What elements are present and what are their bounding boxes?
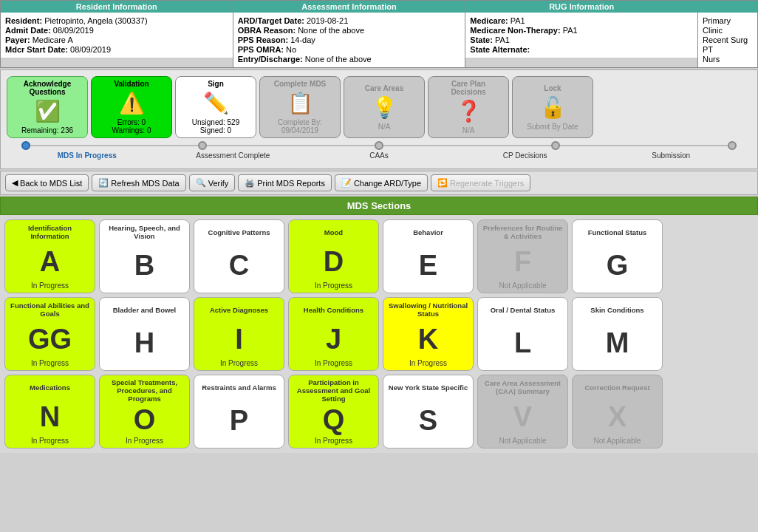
validation-btn[interactable]: Validation ⚠️ Errors: 0 Warnings: 0 <box>91 76 172 138</box>
section-cell-a[interactable]: Identification InformationAIn Progress <box>4 219 95 293</box>
progress-dot-2 <box>375 141 383 150</box>
section-cell-i[interactable]: Active DiagnosesIIn Progress <box>194 297 284 371</box>
refresh-icon: 🔄 <box>98 178 109 188</box>
print-mds-reports-button[interactable]: 🖨️ Print MDS Reports <box>238 174 332 191</box>
progress-label-0: MDS In Progress <box>14 151 160 160</box>
rug-header-title: RUG Information <box>465 1 697 13</box>
section-cell-f[interactable]: Preferences for Routine & ActivitiesFNot… <box>477 219 568 293</box>
section-cell-v[interactable]: Care Area Assessment (CAA) SummaryVNot A… <box>477 375 568 449</box>
action-bar: ◀ Back to MDS List 🔄 Refresh MDS Data 🔍 … <box>0 171 758 195</box>
sign-btn[interactable]: Sign ✏️ Unsigned: 529 Signed: 0 <box>175 76 256 138</box>
section-cell-j[interactable]: Health ConditionsJIn Progress <box>288 297 379 371</box>
rug-header-body: Medicare: PA1 Medicare Non-Therapy: PA1 … <box>465 13 697 58</box>
section-cell-s[interactable]: New York State SpecificS <box>383 375 474 449</box>
care-areas-btn[interactable]: Care Areas 💡 N/A <box>344 76 425 138</box>
progress-dot-3 <box>551 141 560 150</box>
assessment-header-body: ARD/Target Date: 2019-08-21 OBRA Reason:… <box>233 13 465 67</box>
progress-label-2: CAAs <box>306 151 452 160</box>
workflow-bar: Acknowledge Questions ✅ Remaining: 236 V… <box>0 69 758 169</box>
progress-labels: MDS In Progress Assessment Complete CAAs… <box>14 150 744 161</box>
progress-section: MDS In Progress Assessment Complete CAAs… <box>7 138 751 163</box>
section-cell-c[interactable]: Cognitive PatternsC <box>194 219 284 293</box>
resident-header-title: Resident Information <box>1 1 233 13</box>
verify-icon: 🔍 <box>196 178 206 188</box>
section-cell-p[interactable]: Restraints and AlarmsP <box>194 375 284 449</box>
print-icon: 🖨️ <box>245 178 255 188</box>
progress-dot-4 <box>728 141 737 150</box>
regenerate-icon: 🔁 <box>437 178 448 188</box>
extra-header-title <box>698 1 757 13</box>
section-cell-q[interactable]: Participation in Assessment and Goal Set… <box>288 375 379 449</box>
resident-header-body: Resident: Pietropinto, Angela (300337) A… <box>1 13 233 58</box>
section-cell-m[interactable]: Skin ConditionsM <box>572 297 663 371</box>
back-to-mds-list-button[interactable]: ◀ Back to MDS List <box>5 174 89 191</box>
progress-dot-1 <box>198 141 207 150</box>
verify-button[interactable]: 🔍 Verify <box>189 174 236 191</box>
sections-grid: Identification InformationAIn ProgressHe… <box>0 215 758 453</box>
care-plan-btn[interactable]: Care Plan Decisions ❓ N/A <box>428 76 509 138</box>
section-cell-gg[interactable]: Functional Abilities and GoalsGGIn Progr… <box>4 297 95 371</box>
extra-header-body: Primary Clinic Recent Surg PT Nurs <box>698 13 757 67</box>
section-cell-e[interactable]: BehaviorE <box>383 219 474 293</box>
refresh-mds-data-button[interactable]: 🔄 Refresh MDS Data <box>92 174 185 191</box>
workflow-buttons: Acknowledge Questions ✅ Remaining: 236 V… <box>7 76 751 138</box>
section-cell-b[interactable]: Hearing, Speech, and VisionB <box>99 219 190 293</box>
change-ard-icon: 📝 <box>341 178 352 188</box>
lock-btn[interactable]: Lock 🔓 Submit By Date <box>512 76 593 138</box>
progress-label-1: Assessment Complete <box>160 151 307 160</box>
progress-dot-0 <box>21 141 30 150</box>
complete-mds-btn[interactable]: Complete MDS 📋 Complete By: 09/04/2019 <box>259 76 341 138</box>
section-cell-k[interactable]: Swallowing / Nutritional StatusKIn Progr… <box>383 297 474 371</box>
mds-sections-header: MDS Sections <box>0 197 758 215</box>
acknowledge-btn[interactable]: Acknowledge Questions ✅ Remaining: 236 <box>7 76 88 138</box>
regenerate-triggers-button[interactable]: 🔁 Regenerate Triggers <box>431 174 530 191</box>
progress-label-3: CP Decisions <box>452 151 598 160</box>
progress-label-4: Submission <box>598 151 744 160</box>
back-icon: ◀ <box>12 178 18 188</box>
section-cell-o[interactable]: Special Treatments, Procedures, and Prog… <box>99 375 190 449</box>
section-cell-d[interactable]: MoodDIn Progress <box>288 219 379 293</box>
assessment-header-title: Assessment Information <box>233 1 465 13</box>
section-cell-g[interactable]: Functional StatusG <box>572 219 663 293</box>
section-cell-h[interactable]: Bladder and BowelH <box>99 297 190 371</box>
section-cell-x[interactable]: Correction RequestXNot Applicable <box>572 375 663 449</box>
change-ard-type-button[interactable]: 📝 Change ARD/Type <box>335 174 428 191</box>
section-cell-l[interactable]: Oral / Dental StatusL <box>477 297 568 371</box>
section-cell-n[interactable]: MedicationsNIn Progress <box>4 375 95 449</box>
